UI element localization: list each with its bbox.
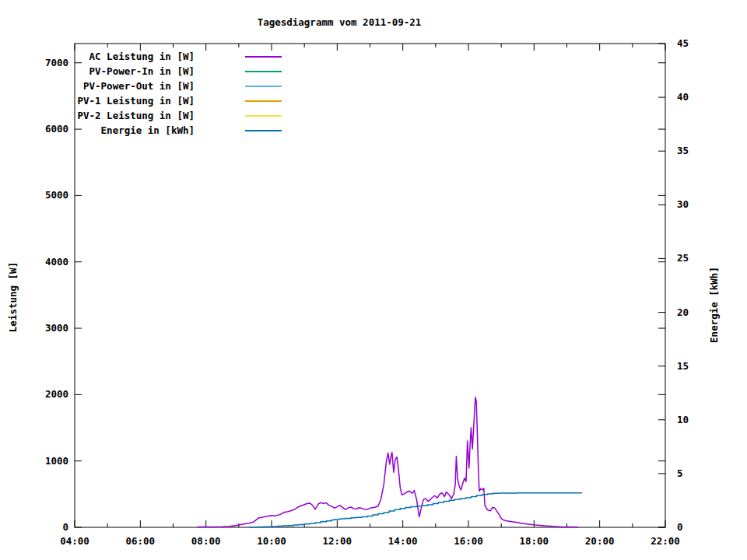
tagesdiagramm-chart: Tagesdiagramm vom 2011-09-21 Leistung [W… (0, 0, 747, 560)
y2-tick-label: 40 (677, 91, 689, 103)
y-tick-label: 2000 (45, 388, 68, 400)
series-energie-in-kwh (250, 493, 582, 527)
x-tick-label: 16:00 (454, 535, 483, 547)
y2-tick-label: 30 (677, 198, 689, 210)
legend-item-label: AC Leistung in [W] (89, 51, 195, 62)
y-tick-label: 4000 (45, 256, 68, 268)
legend-item-label: Energie in [kWh] (101, 124, 195, 136)
x-tick-label: 14:00 (388, 535, 418, 547)
x-tick-label: 20:00 (585, 535, 615, 547)
y-tick-label: 1000 (45, 455, 68, 467)
y2-tick-label: 15 (677, 360, 689, 372)
legend-item-label: PV-1 Leistung in [W] (77, 95, 195, 107)
y-tick-label: 0 (62, 521, 68, 533)
y-tick-label: 3000 (45, 322, 68, 334)
legend-item-label: PV-2 Leistung in [W] (77, 110, 195, 121)
y-tick-label: 6000 (45, 123, 68, 135)
y2-tick-label: 20 (677, 306, 689, 318)
legend-item-label: PV-Power-In in [W] (89, 65, 195, 77)
x-tick-label: 06:00 (126, 535, 156, 547)
legend-item-label: PV-Power-Out in [W] (83, 80, 195, 92)
y2-tick-label: 10 (677, 414, 689, 425)
x-tick-label: 04:00 (60, 535, 89, 547)
y2-tick-label: 35 (677, 145, 689, 156)
y-tick-label: 5000 (45, 189, 68, 201)
x-tick-label: 10:00 (257, 535, 286, 547)
y2-tick-label: 45 (677, 37, 689, 49)
y-tick-label: 7000 (45, 57, 68, 68)
series-ac-leistung-in-w (198, 397, 577, 527)
x-tick-label: 08:00 (191, 535, 221, 547)
x-tick-label: 18:00 (520, 535, 549, 547)
y2-tick-label: 0 (677, 521, 683, 533)
y2-tick-label: 5 (677, 467, 683, 479)
x-tick-label: 12:00 (323, 535, 352, 547)
y2-tick-label: 25 (677, 252, 689, 264)
plot-area: 04:0006:0008:0010:0012:0014:0016:0018:00… (0, 0, 747, 560)
x-tick-label: 22:00 (651, 535, 680, 547)
